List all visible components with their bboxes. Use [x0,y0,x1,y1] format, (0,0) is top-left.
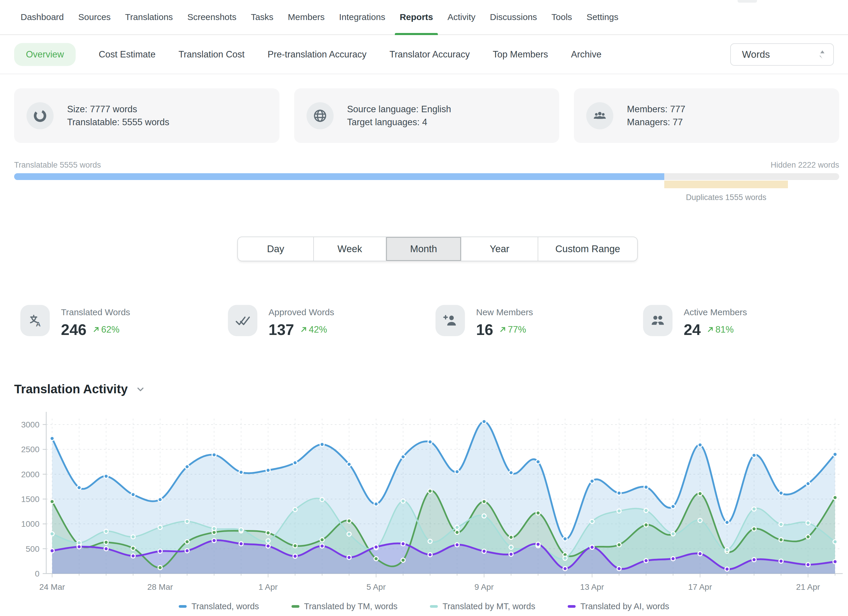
svg-text:3000: 3000 [21,420,40,429]
svg-text:5 Apr: 5 Apr [366,582,386,592]
svg-text:500: 500 [26,545,40,554]
summary-cards: Size: 7777 words Translatable: 5555 word… [14,88,839,143]
translatable-label: Translatable 5555 words [14,160,101,170]
stat-label: New Members [476,307,533,317]
range-month-button[interactable]: Month [386,236,461,261]
svg-text:1500: 1500 [21,494,40,504]
svg-text:24 Mar: 24 Mar [39,582,65,592]
person-add-icon [436,305,465,336]
stat-delta: 62% [101,324,120,335]
nav-item-dashboard[interactable]: Dashboard [21,0,64,34]
stat-label: Active Members [684,307,747,317]
size-line: Size: 7777 words [67,103,169,116]
nav-item-integrations[interactable]: Integrations [339,0,385,34]
nav-item-settings[interactable]: Settings [587,0,618,34]
globe-icon [307,102,334,129]
date-range-group: Day Week Month Year Custom Range [237,236,638,261]
svg-text:2500: 2500 [21,445,40,454]
stat-value: 246 [61,321,87,338]
unit-select-value: Words [742,49,770,60]
stat-delta: 81% [716,324,734,335]
trend-up-icon [299,325,308,334]
cutoff-element [738,0,757,3]
tab-translation-cost[interactable]: Translation Cost [178,49,245,60]
size-card: Size: 7777 words Translatable: 5555 word… [14,88,279,143]
tab-translator-accuracy[interactable]: Translator Accuracy [390,49,470,60]
legend-marker-ai [568,605,576,608]
nav-item-reports[interactable]: Reports [400,0,433,34]
trend-up-icon [92,325,100,334]
stat-label: Translated Words [61,307,130,317]
source-language-line: Source language: English [347,103,451,116]
words-progress-bar [14,173,839,180]
legend-marker-mt [430,605,438,608]
nav-item-tools[interactable]: Tools [551,0,572,34]
nav-item-screenshots[interactable]: Screenshots [187,0,236,34]
svg-text:9 Apr: 9 Apr [474,582,494,592]
stat-label: Approved Words [268,307,334,317]
svg-text:28 Mar: 28 Mar [147,582,173,592]
approved-words-stat: Approved Words 137 42% [228,305,436,338]
nav-item-members[interactable]: Members [288,0,325,34]
chevron-down-icon[interactable] [135,384,145,394]
translate-icon: A [20,305,50,336]
translatable-line: Translatable: 5555 words [67,116,169,129]
nav-item-tasks[interactable]: Tasks [251,0,274,34]
stat-value: 16 [476,321,493,338]
section-title: Translation Activity [14,382,128,396]
members-line: Members: 777 [627,103,685,116]
tab-cost-estimate[interactable]: Cost Estimate [99,49,156,60]
legend-translated-tm[interactable]: Translated by TM, words [292,601,398,611]
duplicates-label: Duplicates 1555 words [664,193,788,202]
members-group-icon [586,102,613,129]
svg-text:1 Apr: 1 Apr [258,582,278,592]
range-year-button[interactable]: Year [461,236,538,261]
tab-pretranslation-accuracy[interactable]: Pre-translation Accuracy [268,49,366,60]
translation-activity-chart[interactable]: 05001000150020002500300024 Mar28 Mar1 Ap… [0,410,848,601]
target-languages-line: Target languages: 4 [347,116,451,129]
nav-item-discussions[interactable]: Discussions [490,0,537,34]
translation-activity-header: Translation Activity [14,382,145,396]
unit-select[interactable]: Words [730,43,834,66]
double-check-icon [228,305,257,336]
legend-translated[interactable]: Translated, words [179,601,259,611]
svg-text:21 Apr: 21 Apr [796,582,820,592]
legend-label: Translated by AI, words [580,601,669,611]
tab-overview[interactable]: Overview [14,43,76,66]
svg-text:A: A [36,321,41,328]
legend-label: Translated, words [191,601,259,611]
nav-item-activity[interactable]: Activity [448,0,476,34]
active-members-stat: Active Members 24 81% [643,305,848,338]
managers-line: Managers: 77 [627,116,685,129]
top-nav: Dashboard Sources Translations Screensho… [0,0,848,35]
range-week-button[interactable]: Week [314,236,386,261]
up-down-arrows-icon [818,50,826,59]
stat-value: 137 [268,321,294,338]
legend-marker-translated [179,605,187,608]
progress-ring-icon [27,102,53,129]
tab-top-members[interactable]: Top Members [492,49,548,60]
legend-translated-mt[interactable]: Translated by MT, words [430,601,535,611]
range-custom-button[interactable]: Custom Range [538,236,638,261]
duplicates-bar [664,181,788,188]
svg-text:1000: 1000 [21,520,40,528]
translated-words-stat: A Translated Words 246 62% [20,305,228,338]
translatable-progress-fill [14,173,664,180]
stat-delta: 77% [508,324,526,335]
svg-text:17 Apr: 17 Apr [688,582,712,592]
stats-row: A Translated Words 246 62% Approved Word… [20,305,848,338]
members-card: Members: 777 Managers: 77 [574,88,839,143]
svg-text:2000: 2000 [21,470,40,479]
nav-item-sources[interactable]: Sources [78,0,111,34]
trend-up-icon [706,325,714,334]
range-day-button[interactable]: Day [237,236,314,261]
legend-translated-ai[interactable]: Translated by AI, words [568,601,669,611]
nav-item-translations[interactable]: Translations [125,0,173,34]
chart-legend: Translated, words Translated by TM, word… [0,601,848,611]
tab-archive[interactable]: Archive [571,49,601,60]
svg-text:13 Apr: 13 Apr [580,582,604,592]
legend-marker-tm [292,605,299,608]
legend-label: Translated by TM, words [304,601,398,611]
languages-card: Source language: English Target language… [294,88,559,143]
legend-label: Translated by MT, words [443,601,535,611]
